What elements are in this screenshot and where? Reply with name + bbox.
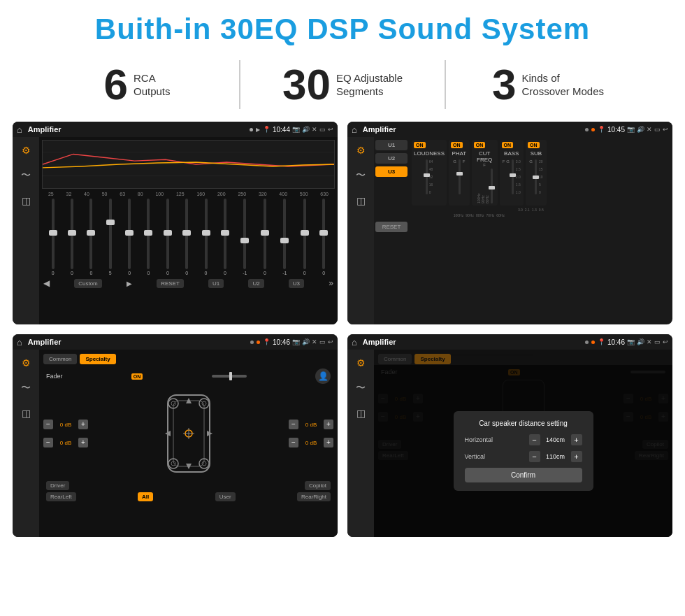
eq-graph [42,140,335,189]
dot-icon-3a [250,341,254,344]
screen-body-1: ⚙ 〜 ◫ [13,137,338,324]
eq-slider-5[interactable]: 0 [147,199,150,275]
stat-number-3: 3 [492,63,516,106]
home-icon-1[interactable]: ⌂ [17,124,22,135]
location-icon-1: 📍 [263,126,271,133]
person-icon[interactable]: 👤 [315,368,331,384]
close-icon-2[interactable]: ✕ [647,126,652,133]
user-btn[interactable]: User [215,492,236,501]
back-icon-4[interactable]: ↩ [663,338,668,345]
back-icon-2[interactable]: ↩ [663,126,668,133]
preset-u3[interactable]: U3 [375,166,408,177]
sidebar-3: ⚙ 〜 ◫ [13,350,39,537]
status-bar-4: ⌂ Amplifier 📍 10:46 📷 🔊 ✕ ▭ ↩ [347,334,672,350]
sidebar-wave-icon-4[interactable]: 〜 [352,379,370,397]
channel-bass: ON BASS F G 3.0 2.5 [500,140,524,206]
eq-slider-12[interactable]: -1 [282,199,287,275]
all-btn[interactable]: All [138,492,153,501]
home-icon-4[interactable]: ⌂ [352,337,357,348]
home-icon-3[interactable]: ⌂ [17,337,22,348]
sidebar-speaker-icon-4[interactable]: ◫ [352,404,370,422]
sidebar-eq-icon-4[interactable]: ⚙ [352,354,370,372]
sub-on: ON [528,142,540,148]
eq-slider-8[interactable]: 0 [205,199,208,275]
specialty-tab[interactable]: Specialty [80,354,115,364]
back-icon-3[interactable]: ↩ [328,338,333,345]
eq-slider-3[interactable]: 5 [109,199,112,275]
horizontal-label: Horizontal [465,436,493,443]
preset-u1[interactable]: U1 [375,140,408,150]
sidebar-eq-icon-2[interactable]: ⚙ [352,141,370,159]
sidebar-wave-icon-2[interactable]: 〜 [352,166,370,185]
eq-slider-13[interactable]: 0 [303,199,306,275]
rearright-btn[interactable]: RearRight [297,492,331,501]
rl-minus[interactable]: − [43,438,53,447]
fr-minus[interactable]: − [289,420,298,429]
window-icon-2: ▭ [654,126,661,133]
eq-slider-1[interactable]: 0 [71,199,73,275]
rr-db: 0 dB [301,440,321,446]
eq-slider-14[interactable]: 0 [322,199,325,275]
fl-db: 0 dB [56,422,75,428]
rr-minus[interactable]: − [289,438,298,447]
close-icon-1[interactable]: ✕ [312,126,317,133]
u3-btn[interactable]: U3 [289,279,304,288]
bottom-row: RearLeft All User RearRight [43,490,333,501]
screen-title-2: Amplifier [363,125,582,134]
eq-slider-4[interactable]: 0 [128,199,131,275]
driver-btn[interactable]: Driver [46,481,69,490]
horizontal-plus[interactable]: + [571,434,582,445]
horizontal-minus[interactable]: − [529,434,540,445]
sidebar-speaker-icon[interactable]: ◫ [17,192,35,210]
prev-arrow[interactable]: ◀ [43,278,50,288]
u1-btn[interactable]: U1 [208,279,224,288]
horizontal-row: Horizontal − 140cm + [465,434,582,445]
eq-slider-7[interactable]: 0 [185,199,188,275]
sidebar-eq-icon[interactable]: ⚙ [17,141,35,159]
db-control-fr: − 0 dB + [289,420,333,429]
sidebar-speaker-icon-3[interactable]: ◫ [17,404,35,422]
eq-slider-10[interactable]: -1 [243,199,247,275]
confirm-button[interactable]: Confirm [465,468,582,482]
sidebar-speaker-icon-2[interactable]: ◫ [352,192,370,210]
fr-plus[interactable]: + [324,420,333,429]
camera-icon-4: 📷 [627,338,635,345]
volume-icon-1: 🔊 [302,126,310,133]
close-icon-3[interactable]: ✕ [312,338,317,345]
close-icon-4[interactable]: ✕ [647,338,652,345]
status-bar-1: ⌂ Amplifier ▶ 📍 10:44 📷 🔊 ✕ ▭ ↩ [13,122,338,137]
dot-icon-4a [585,341,589,344]
more-arrow[interactable]: » [329,278,333,288]
reset-btn-cross[interactable]: RESET [375,222,408,232]
custom-preset[interactable]: Custom [74,279,102,288]
back-icon-1[interactable]: ↩ [328,126,333,133]
status-icons-1: 📍 10:44 📷 🔊 ✕ ▭ ↩ [263,126,333,134]
rearleft-btn[interactable]: RearLeft [46,492,76,501]
vertical-label: Vertical [465,453,486,460]
vertical-minus[interactable]: − [529,451,540,462]
fl-minus[interactable]: − [43,420,53,429]
sidebar-wave-icon-3[interactable]: 〜 [17,379,35,397]
rr-plus[interactable]: + [324,438,333,447]
fader-track[interactable] [212,375,247,378]
copilot-btn[interactable]: Copilot [305,481,331,490]
sidebar-wave-icon[interactable]: 〜 [17,166,35,185]
home-icon-2[interactable]: ⌂ [352,124,357,135]
page-title: Buith-in 30EQ DSP Sound System [7,13,678,46]
window-icon-4: ▭ [654,338,661,345]
play-btn[interactable]: ▶ [127,280,132,287]
eq-slider-2[interactable]: 0 [89,199,92,275]
u2-btn[interactable]: U2 [248,279,264,288]
eq-slider-9[interactable]: 0 [224,199,226,275]
sidebar-eq-icon-3[interactable]: ⚙ [17,354,35,372]
preset-u2[interactable]: U2 [375,153,408,164]
cutfreq-on: ON [474,142,486,148]
common-tab[interactable]: Common [43,354,77,364]
rl-plus[interactable]: + [78,438,88,447]
reset-btn[interactable]: RESET [157,279,184,288]
vertical-plus[interactable]: + [571,451,582,462]
eq-slider-11[interactable]: 0 [264,199,266,275]
eq-slider-0[interactable]: 0 [52,199,55,275]
fl-plus[interactable]: + [78,420,88,429]
eq-slider-6[interactable]: 0 [166,199,169,275]
